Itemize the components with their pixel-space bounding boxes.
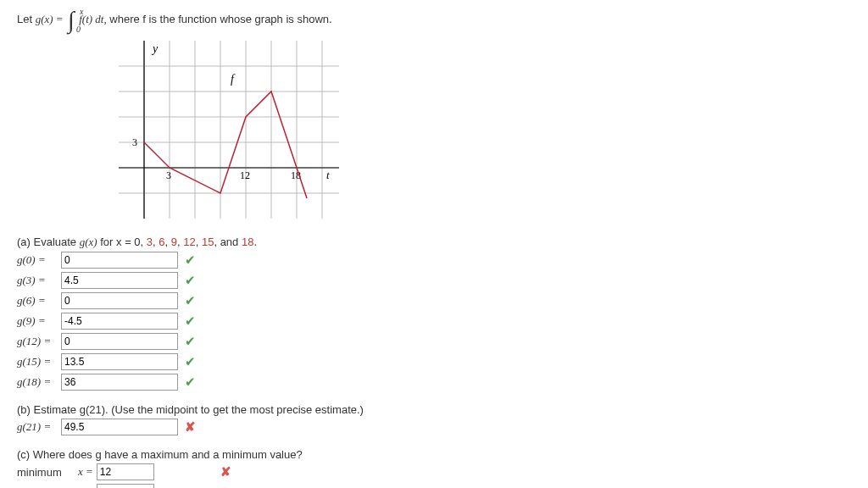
y-axis-label: y (151, 42, 159, 55)
answer-input[interactable] (61, 374, 178, 391)
row-label: g(12) = (17, 335, 61, 348)
answer-input[interactable] (61, 313, 178, 330)
f-label: f (231, 73, 236, 86)
answer-row-min: minimum x = ✘ (17, 463, 851, 481)
part-a-prompt: (a) Evaluate g(x) for x = 0, 3, 6, 9, 12… (17, 236, 851, 249)
x-tick-3: 3 (166, 169, 171, 181)
answer-row-g15: g(15) = ✔ (17, 352, 851, 371)
answer-input[interactable] (61, 333, 178, 350)
answer-input[interactable] (97, 484, 154, 488)
row-label: g(15) = (17, 355, 61, 369)
row-label: g(21) = (17, 420, 61, 434)
t-axis-label: t (326, 169, 330, 181)
answer-input[interactable] (61, 353, 178, 370)
part-a: (a) Evaluate g(x) for x = 0, 3, 6, 9, 12… (17, 236, 851, 391)
part-b: (b) Estimate g(21). (Use the midpoint to… (17, 403, 851, 436)
answer-row-g0: g(0) = ✔ (17, 251, 851, 269)
row-label: g(9) = (17, 314, 61, 328)
part-b-prompt: (b) Estimate g(21). (Use the midpoint to… (17, 403, 851, 416)
check-icon: ✔ (220, 485, 231, 488)
stmt-gx: g(x) = (36, 13, 66, 25)
y-tick-3: 3 (132, 136, 137, 148)
check-icon: ✔ (185, 252, 196, 268)
cross-icon: ✘ (185, 419, 196, 435)
problem-statement: Let g(x) = ∫ x 0 f(t) dt, where f is the… (17, 8, 851, 32)
x-eq: x = (78, 465, 93, 479)
answer-input[interactable] (61, 419, 178, 435)
x-tick-12: 12 (240, 169, 250, 181)
answer-row-g21: g(21) = ✘ (17, 418, 851, 436)
answer-row-g9: g(9) = ✔ (17, 312, 851, 330)
answer-input[interactable] (61, 272, 178, 289)
check-icon: ✔ (185, 374, 196, 390)
stmt-prefix: Let (17, 13, 36, 25)
answer-row-max: maximum x = ✔ (17, 483, 851, 488)
check-icon: ✔ (185, 354, 196, 369)
row-label: g(3) = (17, 274, 61, 287)
row-label: g(0) = (17, 253, 61, 267)
answer-input[interactable] (61, 252, 178, 269)
part-c: (c) Where does g have a maximum and a mi… (17, 448, 851, 488)
answer-row-g12: g(12) = ✔ (17, 332, 851, 351)
answer-input[interactable] (61, 292, 178, 309)
stmt-suffix: where f is the function whose graph is s… (109, 13, 331, 25)
cross-icon: ✘ (220, 464, 231, 480)
graph: y f t 3 3 12 18 (119, 41, 851, 219)
answer-row-g3: g(3) = ✔ (17, 271, 851, 290)
row-label: g(6) = (17, 294, 61, 308)
integral-icon: ∫ x 0 (68, 8, 75, 32)
check-icon: ✔ (185, 273, 196, 288)
check-icon: ✔ (185, 334, 196, 349)
x-values-list: 0, 3, 6, 9, 12, 15, and 18 (134, 236, 253, 248)
row-label: g(18) = (17, 375, 61, 389)
minmax-label: minimum (17, 466, 78, 479)
f-curve (144, 92, 307, 198)
check-icon: ✔ (185, 293, 196, 308)
part-c-prompt: (c) Where does g have a maximum and a mi… (17, 448, 851, 461)
answer-input[interactable] (97, 463, 154, 480)
answer-row-g18: g(18) = ✔ (17, 373, 851, 391)
answer-row-g6: g(6) = ✔ (17, 291, 851, 310)
check-icon: ✔ (185, 313, 196, 329)
